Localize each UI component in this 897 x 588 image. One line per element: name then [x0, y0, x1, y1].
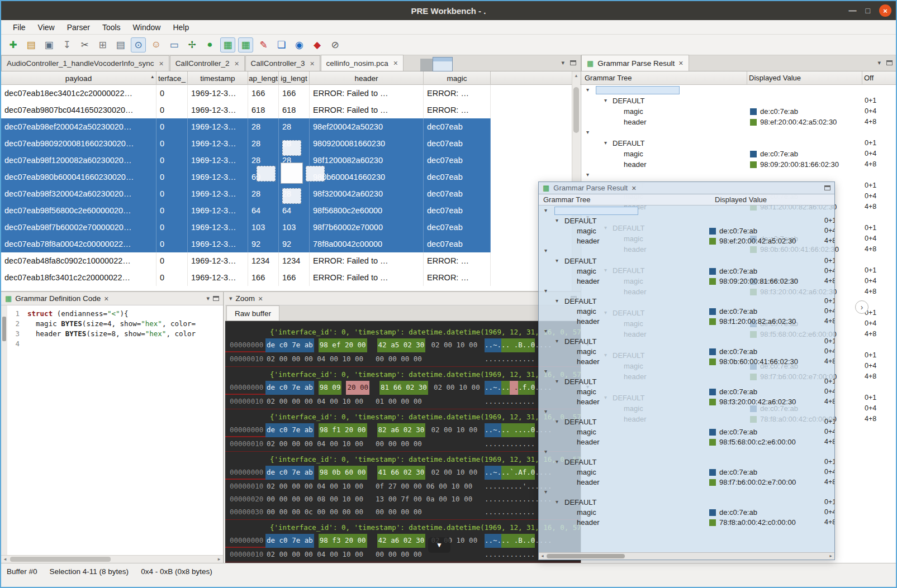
panel-menu-chevron-icon[interactable]: ▾	[206, 295, 210, 302]
screenshot-icon[interactable]: ▭	[167, 37, 182, 52]
float-tree-header-row[interactable]: header98:09:20:00:81:66:02:304+8	[539, 276, 834, 286]
dock-target-bottom[interactable]	[282, 188, 301, 204]
tab-close-icon[interactable]: ×	[393, 59, 398, 68]
float-tree-default-row[interactable]: ▾DEFAULT0+1	[539, 497, 834, 507]
float-tree-header-row[interactable]: header98:0b:60:00:41:66:02:304+8	[539, 356, 834, 366]
hex-line[interactable]: 00000000de c0 7e ab98 0b 60 0041 66 02 3…	[225, 466, 581, 480]
column-header-timestamp[interactable]: timestamp	[188, 71, 248, 85]
packet-row[interactable]: dec07eab78f8a00042c00000022…01969-12-3…9…	[1, 236, 491, 252]
float-tree-collapse-icon[interactable]: ▾	[544, 207, 547, 213]
panel-menu-chevron-icon[interactable]: ▾	[877, 59, 881, 66]
float-panel-icon[interactable]	[886, 60, 893, 65]
cut-icon[interactable]: ✂	[77, 37, 92, 52]
column-header-Grammar Tree[interactable]: Grammar Tree	[585, 74, 632, 82]
packet-row[interactable]: dec07eab18fc3401c2c20000022…01969-12-3…1…	[1, 269, 491, 286]
float-tree-default-row[interactable]: ▾DEFAULT0+1	[539, 457, 834, 467]
tree-magic-row[interactable]: magicde:c0:7e:ab0+4	[581, 149, 896, 159]
float-tree-root-row[interactable]: ▾	[539, 205, 834, 216]
debug-icon[interactable]: ✢	[184, 37, 200, 52]
float-tree-element-row[interactable]: ▾	[539, 407, 834, 417]
column-header-Off[interactable]: Off	[864, 74, 874, 82]
hex-line[interactable]: 0000002000 00 00 00 08 00 10 0013 00 7f …	[225, 493, 581, 505]
menu-parser[interactable]: Parser	[61, 21, 96, 34]
dock-target-left[interactable]	[257, 166, 276, 181]
copy-icon[interactable]: ⊞	[95, 37, 110, 52]
scroll-down-indicator[interactable]: ▼	[428, 537, 450, 553]
inspect-icon[interactable]: ◉	[292, 37, 307, 52]
hex-line[interactable]: 0000001002 00 00 00 04 00 10 000f 27 00 …	[225, 480, 581, 493]
float-tree-header-row[interactable]: header98:f1:20:00:82:a6:02:304+8	[539, 316, 834, 326]
float-tree-default-row[interactable]: ▾DEFAULT0+1	[539, 376, 834, 386]
float-tree-header-row[interactable]: header98:f7:b6:00:02:e7:00:004+8	[539, 477, 834, 487]
code-editor[interactable]: 1234 struct (endianness="<"){ magic BYTE…	[1, 305, 223, 555]
packet-row[interactable]: dec07eab98f7b60002e70000020…01969-12-3…1…	[1, 219, 491, 236]
tree-default-row[interactable]: ▾DEFAULT0+1	[581, 95, 896, 106]
float-tree-magic-row[interactable]: magicde:c0:7e:ab0+4	[539, 427, 834, 437]
scroll-left-icon[interactable]: ◂	[1, 556, 9, 563]
packet-row[interactable]: dec07eab98f1200082a60230020…01969-12-3…2…	[1, 152, 491, 169]
packet-row[interactable]: dec07eab18ec3401c2c20000022…01969-12-3…1…	[1, 85, 491, 102]
close-button[interactable]: ×	[879, 4, 891, 17]
close-panel-icon[interactable]: ×	[258, 294, 263, 303]
float-panel-icon[interactable]	[570, 60, 576, 65]
hex-line[interactable]: 00000000de c0 7e ab98 ef 20 0042 a5 02 3…	[225, 338, 581, 352]
hex-line[interactable]: 0000001002 00 00 00 04 00 10 0000 00 00 …	[225, 437, 581, 450]
save-icon[interactable]: ▣	[41, 37, 56, 52]
float-tree-default-row[interactable]: ▾DEFAULT0+1	[539, 216, 834, 226]
dock-target-center[interactable]	[281, 162, 303, 184]
tab-close-icon[interactable]: ×	[310, 59, 314, 68]
column-header-Grammar Tree[interactable]: Grammar Tree	[543, 195, 591, 204]
tree-element-row[interactable]: ▾	[581, 127, 896, 138]
float-tree-magic-row[interactable]: magicde:c0:7e:ab0+4	[539, 507, 834, 517]
user-key-icon[interactable]: ☺	[149, 37, 164, 52]
float-tree-collapse-icon[interactable]: ▾	[544, 328, 547, 334]
tab-close-icon[interactable]: ×	[632, 184, 636, 193]
packet-row[interactable]: dec07eab9809200081660230020…01969-12-3…2…	[1, 135, 491, 152]
tree-collapse-icon[interactable]: ▾	[586, 129, 589, 135]
menu-view[interactable]: View	[32, 21, 61, 34]
float-tree-collapse-icon[interactable]: ▾	[544, 368, 547, 374]
hex-line[interactable]: 00000000de c0 7e ab98 f1 20 0082 a6 02 3…	[225, 423, 581, 437]
dock-target-right[interactable]	[306, 166, 325, 181]
float-tree-magic-row[interactable]: magicde:c0:7e:ab0+4	[539, 467, 834, 477]
hex-line[interactable]: 0000001002 00 00 00 04 00 10 0000 00 00 …	[225, 352, 581, 365]
tab-close-icon[interactable]: ×	[159, 59, 163, 68]
float-tree-default-row[interactable]: ▾DEFAULT0+1	[539, 296, 834, 306]
float-tree-element-row[interactable]: ▾	[539, 326, 834, 336]
scrollbar-thumb[interactable]	[547, 554, 625, 558]
scrollbar-thumb[interactable]	[10, 557, 111, 562]
column-header-terface_[interactable]: terface_	[156, 71, 188, 85]
scroll-left-icon[interactable]: ◂	[539, 553, 546, 560]
float-tree-collapse-icon[interactable]: ▾	[556, 338, 558, 344]
scrollbar-thumb[interactable]	[573, 87, 579, 133]
float-tree-default-row[interactable]: ▾DEFAULT0+1	[539, 336, 834, 346]
float-tree-magic-row[interactable]: magicde:c0:7e:ab0+4	[539, 306, 834, 316]
float-tree-element-row[interactable]: ▾	[539, 286, 834, 296]
column-header-magic[interactable]: magic	[424, 71, 491, 85]
menu-tools[interactable]: Tools	[96, 21, 127, 34]
tab-cellinfo_nosim.pca[interactable]: cellinfo_nosim.pca×	[321, 55, 404, 71]
scroll-right-icon[interactable]: ▸	[215, 556, 223, 563]
float-tree-header-row[interactable]: header78:f8:a0:00:42:c0:00:004+8	[539, 517, 834, 527]
tree-magic-row[interactable]: magicde:c0:7e:ab0+4	[581, 106, 896, 117]
panel-expand-handle[interactable]: ›	[855, 300, 868, 314]
hex-line[interactable]: 00000000de c0 7e ab98 0920 0081 66 02 30…	[225, 381, 581, 395]
float-tree-collapse-icon[interactable]: ▾	[556, 378, 558, 384]
float-tree-collapse-icon[interactable]: ▾	[556, 458, 558, 465]
float-tree-header-row[interactable]: header98:f3:20:00:42:a6:02:304+8	[539, 396, 834, 407]
minimize-button[interactable]: —	[849, 6, 857, 15]
float-tree-magic-row[interactable]: magicde:c0:7e:ab0+4	[539, 346, 834, 356]
tree-header-row[interactable]: header98:09:20:00:81:66:02:304+8	[581, 159, 896, 170]
float-tree-magic-row[interactable]: magicde:c0:7e:ab0+4	[539, 386, 834, 396]
panel-menu-chevron-icon[interactable]: ▾	[229, 295, 232, 302]
parse-grid-icon[interactable]: ▦	[238, 37, 253, 52]
float-tree-element-row[interactable]: ▾	[539, 447, 834, 457]
tree-header-row[interactable]: header98:ef:20:00:42:a5:02:304+8	[581, 117, 896, 127]
tab-CallController_2[interactable]: CallController_2×	[170, 55, 245, 71]
floating-window-titlebar[interactable]: ▦ Grammar Parse Result ×	[539, 182, 834, 194]
open-file-icon[interactable]: ▤	[23, 37, 39, 52]
tree-collapse-icon[interactable]: ▾	[586, 171, 589, 178]
hex-line[interactable]: 0000003000 00 00 0c 00 00 00 0000 00 00 …	[225, 505, 581, 518]
floating-grammar-parse-window[interactable]: ▦ Grammar Parse Result × Grammar TreeDis…	[538, 181, 835, 560]
column-header-ap_lengt[interactable]: ap_lengt	[248, 71, 279, 85]
